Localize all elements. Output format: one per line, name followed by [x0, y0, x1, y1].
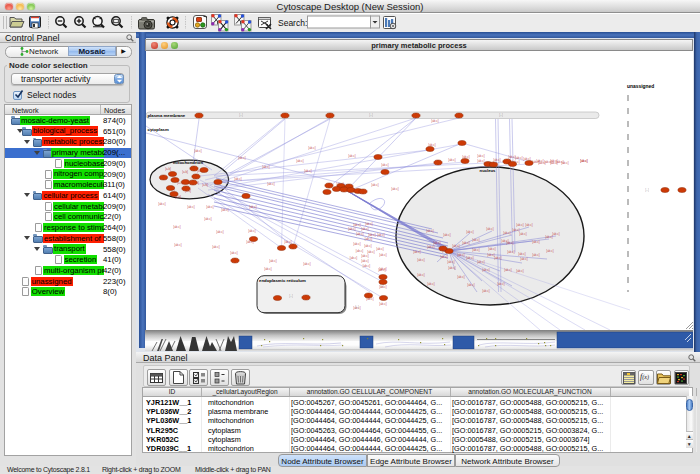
svg-text:[ab.c]: [ab.c]	[580, 159, 588, 163]
svg-text:[ab.c]: [ab.c]	[216, 230, 224, 234]
svg-text:[ab.c]: [ab.c]	[230, 251, 238, 255]
svg-text:[ab.c]: [ab.c]	[516, 223, 524, 227]
svg-text:nucleus: nucleus	[480, 168, 496, 173]
svg-text:[ab.c]: [ab.c]	[308, 146, 316, 150]
svg-text:[ab.c]: [ab.c]	[269, 259, 277, 263]
svg-text:[ab.c]: [ab.c]	[206, 205, 214, 209]
svg-text:[ab.c]: [ab.c]	[516, 269, 524, 273]
svg-text:[ab.c]: [ab.c]	[519, 232, 527, 236]
svg-text:[ab.c]: [ab.c]	[353, 242, 361, 246]
svg-text:[ab.c]: [ab.c]	[448, 158, 456, 162]
svg-text:[ab.c]: [ab.c]	[497, 282, 505, 286]
svg-text:[--]: [--]	[369, 113, 373, 117]
svg-text:[ab.c]: [ab.c]	[552, 232, 560, 236]
svg-text:[ab.c]: [ab.c]	[262, 165, 270, 169]
svg-text:[ab.c]: [ab.c]	[187, 205, 195, 209]
svg-text:[ab.c]: [ab.c]	[477, 260, 485, 264]
svg-text:[ab.c]: [ab.c]	[356, 232, 364, 236]
svg-text:[ab.c]: [ab.c]	[466, 256, 474, 260]
svg-text:[--]: [--]	[289, 294, 293, 298]
svg-text:[ab.c]: [ab.c]	[427, 282, 435, 286]
svg-text:[ab.c]: [ab.c]	[506, 241, 514, 245]
svg-text:[ab.c]: [ab.c]	[426, 229, 434, 233]
svg-text:[ab.c]: [ab.c]	[304, 169, 312, 173]
svg-text:mitochondrion: mitochondrion	[173, 160, 203, 165]
svg-text:[ab.c]: [ab.c]	[381, 163, 389, 167]
svg-text:[ab.c]: [ab.c]	[376, 247, 384, 251]
svg-text:[ab.c]: [ab.c]	[488, 247, 496, 251]
svg-text:[ab.c]: [ab.c]	[348, 227, 356, 231]
svg-text:[ab.c]: [ab.c]	[466, 230, 474, 234]
svg-text:[--]: [--]	[239, 113, 243, 117]
svg-text:[ab.c]: [ab.c]	[365, 237, 373, 241]
svg-text:Search:: Search:	[278, 18, 307, 28]
svg-text:unassigned: unassigned	[627, 84, 654, 89]
svg-text:[ab.c]: [ab.c]	[391, 187, 399, 191]
svg-text:[ab.c]: [ab.c]	[477, 159, 485, 163]
svg-text:[ab.c]: [ab.c]	[238, 156, 246, 160]
svg-text:[--]: [--]	[355, 305, 359, 309]
svg-text:[ab.c]: [ab.c]	[477, 154, 485, 158]
svg-text:[ab.c]: [ab.c]	[447, 260, 455, 264]
svg-text:[a.b]: [a.b]	[165, 167, 171, 171]
svg-text:[ab.c]: [ab.c]	[493, 158, 501, 162]
svg-text:[ab.c]: [ab.c]	[379, 302, 387, 306]
svg-text:[ab.c]: [ab.c]	[546, 249, 554, 253]
svg-text:[ab.c]: [ab.c]	[494, 256, 502, 260]
svg-text:[a.b]: [a.b]	[182, 170, 188, 174]
svg-text:[ab.c]: [ab.c]	[525, 223, 533, 227]
svg-text:[ab.c]: [ab.c]	[296, 159, 304, 163]
svg-text:[ab.c]: [ab.c]	[234, 177, 242, 181]
svg-text:[ab.c]: [ab.c]	[284, 240, 292, 244]
svg-text:[ab.c]: [ab.c]	[507, 250, 515, 254]
svg-text:[ab.c]: [ab.c]	[504, 268, 512, 272]
svg-text:[ab.c]: [ab.c]	[221, 208, 229, 212]
svg-text:[ab.c]: [ab.c]	[204, 217, 212, 221]
svg-text:[ab.c]: [ab.c]	[457, 253, 465, 257]
svg-text:[ab.c]: [ab.c]	[303, 262, 311, 266]
svg-text:[ab.c]: [ab.c]	[378, 268, 386, 272]
svg-text:[ab.c]: [ab.c]	[448, 266, 456, 270]
svg-text:[ab.c]: [ab.c]	[361, 259, 369, 263]
svg-text:[ab.c]: [ab.c]	[532, 253, 540, 257]
svg-text:[ab.c]: [ab.c]	[356, 249, 364, 253]
svg-text:[ab.c]: [ab.c]	[264, 267, 272, 271]
svg-text:[ab.c]: [ab.c]	[350, 256, 358, 260]
svg-text:[ab.c]: [ab.c]	[452, 244, 460, 248]
svg-text:[ab.c]: [ab.c]	[174, 243, 182, 247]
svg-text:[ab.c]: [ab.c]	[249, 205, 257, 209]
svg-text:[ab.c]: [ab.c]	[173, 225, 181, 229]
svg-text:[ab.c]: [ab.c]	[518, 252, 526, 256]
svg-text:[ab.c]: [ab.c]	[443, 233, 451, 237]
svg-text:[ab.c]: [ab.c]	[520, 257, 528, 261]
svg-text:[ab.c]: [ab.c]	[457, 275, 465, 279]
svg-text:[ab.c]: [ab.c]	[532, 240, 540, 244]
svg-text:[ab.c]: [ab.c]	[212, 245, 220, 249]
svg-text:[--]: [--]	[499, 113, 503, 117]
svg-text:[a.b]: [a.b]	[202, 183, 208, 187]
svg-text:[ab.c]: [ab.c]	[363, 264, 371, 268]
svg-text:cytoplasm: cytoplasm	[148, 127, 169, 132]
svg-text:[ab.c]: [ab.c]	[194, 149, 202, 153]
svg-text:[ab.c]: [ab.c]	[482, 268, 490, 272]
svg-text:[ab.c]: [ab.c]	[371, 183, 379, 187]
svg-text:[ab.c]: [ab.c]	[413, 250, 421, 254]
svg-text:[ab.c]: [ab.c]	[462, 241, 470, 245]
svg-text:[ab.c]: [ab.c]	[248, 229, 256, 233]
svg-text:[ab.c]: [ab.c]	[472, 248, 480, 252]
svg-text:[ab.c]: [ab.c]	[482, 289, 490, 293]
svg-text:[ab.c]: [ab.c]	[503, 231, 511, 235]
svg-text:[ab.c]: [ab.c]	[467, 283, 475, 287]
svg-text:[--]: [--]	[645, 188, 649, 192]
svg-text:[ab.c]: [ab.c]	[561, 161, 569, 165]
svg-text:[ab.c]: [ab.c]	[364, 244, 372, 248]
svg-text:[ab.c]: [ab.c]	[368, 233, 376, 237]
svg-text:[ab.c]: [ab.c]	[472, 238, 480, 242]
svg-text:[ab.c]: [ab.c]	[365, 222, 373, 226]
svg-text:[ab.c]: [ab.c]	[433, 241, 441, 245]
svg-text:[ab.c]: [ab.c]	[431, 119, 439, 123]
svg-text:[ab.c]: [ab.c]	[440, 255, 448, 259]
svg-text:[ab.c]: [ab.c]	[417, 273, 425, 277]
svg-text:[ab.c]: [ab.c]	[377, 233, 385, 237]
svg-text:[ab.c]: [ab.c]	[486, 227, 494, 231]
